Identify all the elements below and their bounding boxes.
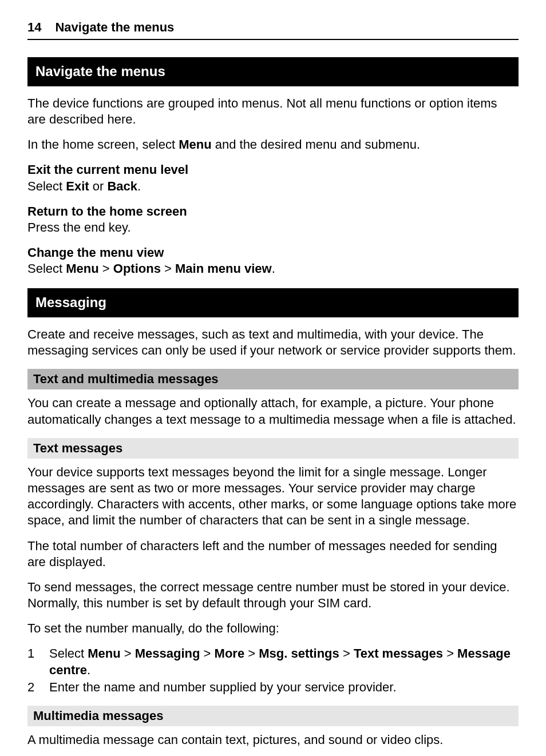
sep: > [443,646,457,660]
mm-body: A multimedia message can contain text, p… [27,732,519,748]
steps-list: 1 Select Menu > Messaging > More > Msg. … [27,646,519,695]
msg-settings-label: Msg. settings [259,646,339,660]
step-body: Select Menu > Messaging > More > Msg. se… [49,646,519,678]
step-1: 1 Select Menu > Messaging > More > Msg. … [27,646,519,678]
page-number: 14 [27,19,41,35]
tm-title: Text messages [27,438,519,459]
exit-body: Select Exit or Back. [27,178,519,194]
exit-label: Exit [66,179,89,193]
page-title: Navigate the menus [55,19,174,35]
back-label: Back [107,179,137,193]
text: In the home screen, select [27,137,179,152]
text-messages-label: Text messages [354,646,443,660]
text: . [137,179,141,193]
tm-p4: To set the number manually, do the follo… [27,620,519,636]
sep: > [121,646,135,660]
section-navigate-title: Navigate the menus [27,57,519,86]
messaging-intro: Create and receive messages, such as tex… [27,327,519,359]
navigate-intro: The device functions are grouped into me… [27,96,519,128]
page-header: 14 Navigate the menus [27,19,519,40]
text: Select [49,646,88,660]
text: Select [27,261,66,276]
mm-title: Multimedia messages [27,706,519,726]
sep: > [99,261,113,276]
step-num: 1 [27,646,39,678]
sep: > [200,646,215,660]
tmm-title: Text and multimedia messages [27,369,519,389]
main-menu-view-label: Main menu view [175,261,272,276]
step-body: Enter the name and number supplied by yo… [49,679,397,695]
sep: > [339,646,354,660]
change-body: Select Menu > Options > Main menu view. [27,261,519,277]
more-label: More [215,646,245,660]
sep: > [161,261,175,276]
return-heading: Return to the home screen [27,204,519,220]
step-2: 2 Enter the name and number supplied by … [27,679,519,695]
exit-heading: Exit the current menu level [27,162,519,178]
text: . [87,663,90,677]
text: Select [27,179,66,193]
navigate-home-line: In the home screen, select Menu and the … [27,137,519,153]
section-messaging-title: Messaging [27,288,519,317]
page: 14 Navigate the menus Navigate the menus… [0,0,546,756]
text: and the desired menu and submenu. [212,137,420,152]
sep: > [244,646,259,660]
text: . [272,261,275,276]
return-body: Press the end key. [27,220,519,236]
step-num: 2 [27,679,39,695]
tm-p3: To send messages, the correct message ce… [27,579,519,611]
change-heading: Change the menu view [27,245,519,261]
tm-p1: Your device supports text messages beyon… [27,464,519,529]
menu-label: Menu [88,646,120,660]
messaging-label: Messaging [135,646,200,660]
menu-label: Menu [179,137,211,152]
tmm-body: You can create a message and optionally … [27,395,519,427]
menu-label: Menu [66,261,98,276]
options-label: Options [113,261,161,276]
tm-p2: The total number of characters left and … [27,538,519,570]
text: or [89,179,108,193]
